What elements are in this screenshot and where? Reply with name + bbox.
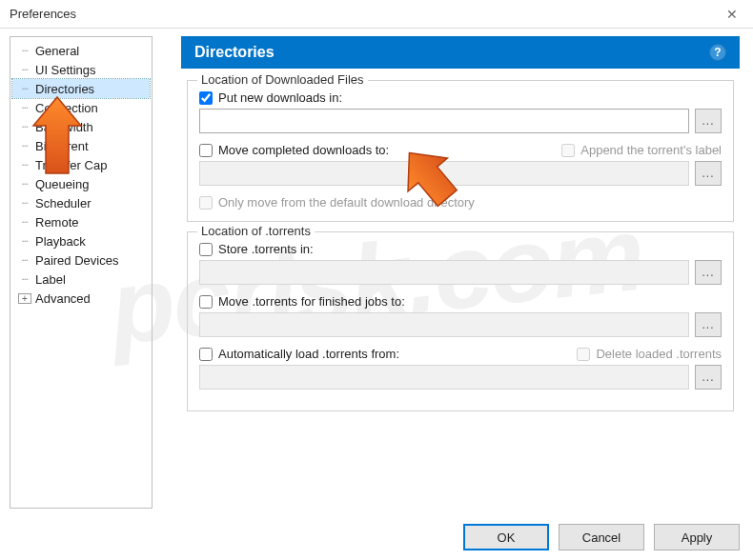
delete-loaded-torrents-checkbox bbox=[577, 348, 590, 361]
append-label-checkbox-label: Append the torrent's label bbox=[561, 143, 722, 157]
checkbox-text: Store .torrents in: bbox=[218, 242, 314, 256]
tree-dash-icon: ┄ bbox=[18, 254, 31, 267]
sidebar-item-directories[interactable]: ┄Directories bbox=[12, 79, 150, 98]
sidebar-item-advanced[interactable]: +Advanced bbox=[12, 289, 150, 308]
sidebar-item-label: Transfer Cap bbox=[35, 158, 107, 172]
sidebar-item-label: Remote bbox=[35, 215, 79, 230]
sidebar-item-connection[interactable]: ┄Connection bbox=[12, 98, 150, 117]
sidebar-item-general[interactable]: ┄General bbox=[12, 41, 150, 60]
tree-dash-icon: ┄ bbox=[18, 83, 31, 95]
sidebar-item-label: General bbox=[35, 44, 79, 58]
expand-icon[interactable]: + bbox=[18, 293, 31, 304]
checkbox-text: Automatically load .torrents from: bbox=[218, 347, 399, 361]
dialog-footer: OK Cancel Apply bbox=[463, 524, 740, 550]
window-title: Preferences bbox=[10, 7, 76, 21]
checkbox-text: Move .torrents for finished jobs to: bbox=[218, 294, 405, 309]
autoload-torrents-checkbox[interactable] bbox=[199, 348, 213, 361]
group-title: Location of .torrents bbox=[197, 224, 315, 238]
move-completed-path-input bbox=[199, 161, 689, 186]
checkbox-text: Move completed downloads to: bbox=[218, 143, 389, 157]
tree-dash-icon: ┄ bbox=[18, 273, 31, 286]
group-downloaded-files: Location of Downloaded Files Put new dow… bbox=[187, 80, 734, 222]
tree-dash-icon: ┄ bbox=[18, 102, 31, 114]
ok-button[interactable]: OK bbox=[463, 524, 549, 550]
page-title: Directories bbox=[194, 44, 275, 61]
sidebar-item-label: BitTorrent bbox=[35, 139, 89, 153]
sidebar-item-bittorrent[interactable]: ┄BitTorrent bbox=[12, 136, 150, 155]
sidebar-item-label: Directories bbox=[35, 82, 94, 96]
sidebar-item-label: Paired Devices bbox=[35, 253, 118, 268]
only-move-default-checkbox-label: Only move from the default download dire… bbox=[199, 195, 722, 210]
sidebar-item-label: Connection bbox=[35, 101, 98, 115]
tree-dash-icon: ┄ bbox=[18, 45, 31, 57]
tree-dash-icon: ┄ bbox=[18, 121, 31, 133]
sidebar-item-queueing[interactable]: ┄Queueing bbox=[12, 174, 150, 193]
put-new-downloads-checkbox-label[interactable]: Put new downloads in: bbox=[199, 90, 722, 105]
close-icon[interactable]: ✕ bbox=[719, 3, 745, 26]
browse-button[interactable]: ... bbox=[695, 312, 722, 337]
sidebar-item-scheduler[interactable]: ┄Scheduler bbox=[12, 193, 150, 212]
tree-dash-icon: ┄ bbox=[18, 159, 31, 171]
tree-dash-icon: ┄ bbox=[18, 235, 31, 248]
store-torrents-path-input bbox=[199, 260, 689, 285]
autoload-torrents-checkbox-label[interactable]: Automatically load .torrents from: bbox=[199, 347, 399, 361]
sidebar-item-transfer-cap[interactable]: ┄Transfer Cap bbox=[12, 155, 150, 174]
sidebar-item-label: Bandwidth bbox=[35, 120, 93, 134]
sidebar-item-paired-devices[interactable]: ┄Paired Devices bbox=[12, 250, 150, 270]
browse-button[interactable]: ... bbox=[695, 365, 722, 390]
append-label-checkbox bbox=[561, 144, 575, 157]
move-completed-checkbox-label[interactable]: Move completed downloads to: bbox=[199, 143, 389, 157]
move-finished-torrents-checkbox-label[interactable]: Move .torrents for finished jobs to: bbox=[199, 294, 722, 309]
tree-dash-icon: ┄ bbox=[18, 64, 31, 76]
sidebar-item-label: Advanced bbox=[35, 291, 91, 306]
move-completed-checkbox[interactable] bbox=[199, 144, 213, 157]
help-icon[interactable]: ? bbox=[709, 44, 726, 61]
titlebar: Preferences ✕ bbox=[0, 0, 753, 29]
store-torrents-checkbox[interactable] bbox=[199, 243, 213, 256]
move-finished-torrents-checkbox[interactable] bbox=[199, 295, 213, 309]
sidebar-tree: ┄General ┄UI Settings ┄Directories ┄Conn… bbox=[10, 36, 153, 509]
sidebar-item-remote[interactable]: ┄Remote bbox=[12, 212, 150, 231]
sidebar-item-label: Playback bbox=[35, 234, 86, 249]
delete-loaded-torrents-checkbox-label: Delete loaded .torrents bbox=[577, 347, 722, 361]
checkbox-text: Put new downloads in: bbox=[218, 90, 342, 105]
tree-dash-icon: ┄ bbox=[18, 216, 31, 229]
checkbox-text: Only move from the default download dire… bbox=[218, 195, 475, 210]
sidebar-item-ui-settings[interactable]: ┄UI Settings bbox=[12, 60, 150, 79]
tree-dash-icon: ┄ bbox=[18, 140, 31, 152]
sidebar-item-playback[interactable]: ┄Playback bbox=[12, 231, 150, 250]
sidebar-item-label: Queueing bbox=[35, 177, 89, 191]
checkbox-text: Delete loaded .torrents bbox=[596, 347, 722, 361]
move-finished-torrents-path-input bbox=[199, 312, 689, 337]
only-move-default-checkbox bbox=[199, 196, 213, 210]
cancel-button[interactable]: Cancel bbox=[559, 524, 644, 550]
sidebar-item-label: UI Settings bbox=[35, 63, 96, 77]
tree-dash-icon: ┄ bbox=[18, 178, 31, 190]
autoload-torrents-path-input bbox=[199, 365, 689, 390]
checkbox-text: Append the torrent's label bbox=[580, 143, 722, 157]
browse-button[interactable]: ... bbox=[695, 161, 722, 186]
browse-button[interactable]: ... bbox=[695, 109, 722, 133]
put-new-downloads-path-input[interactable] bbox=[199, 109, 689, 133]
group-torrent-location: Location of .torrents Store .torrents in… bbox=[187, 231, 734, 411]
sidebar-item-label-text: Label bbox=[35, 272, 66, 287]
browse-button[interactable]: ... bbox=[695, 260, 722, 285]
sidebar-item-label[interactable]: ┄Label bbox=[12, 270, 150, 289]
group-title: Location of Downloaded Files bbox=[197, 72, 368, 87]
sidebar-item-label: Scheduler bbox=[35, 196, 92, 210]
apply-button[interactable]: Apply bbox=[654, 524, 740, 550]
sidebar-item-bandwidth[interactable]: ┄Bandwidth bbox=[12, 117, 150, 136]
main-panel: Directories ? Location of Downloaded Fil… bbox=[181, 36, 743, 509]
store-torrents-checkbox-label[interactable]: Store .torrents in: bbox=[199, 242, 722, 256]
put-new-downloads-checkbox[interactable] bbox=[199, 91, 213, 105]
tree-dash-icon: ┄ bbox=[18, 197, 31, 210]
content-area: ┄General ┄UI Settings ┄Directories ┄Conn… bbox=[0, 29, 753, 512]
page-header: Directories ? bbox=[181, 36, 740, 69]
